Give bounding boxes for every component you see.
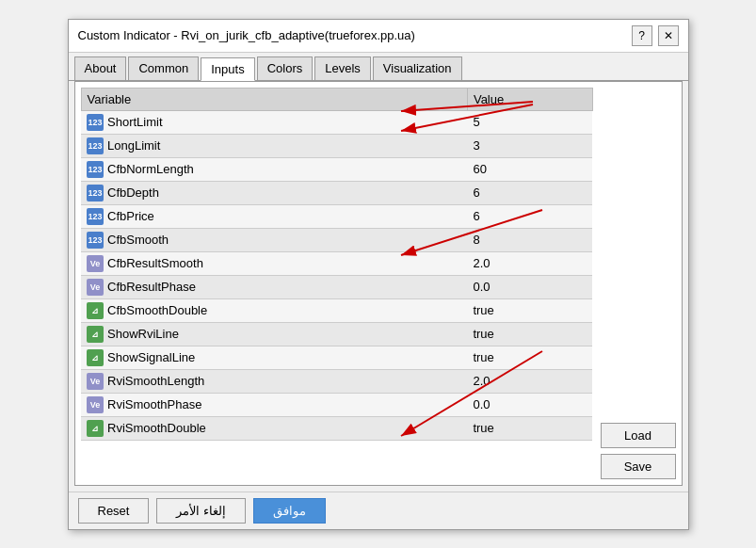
tabs-bar: About Common Inputs Colors Levels Visual… <box>69 53 688 81</box>
close-button[interactable]: ✕ <box>658 25 679 46</box>
var-cell[interactable]: ⊿ ShowSignalLine <box>81 346 467 369</box>
value-cell[interactable]: 6 <box>467 181 592 204</box>
var-cell[interactable]: 123 CfbSmooth <box>81 228 467 251</box>
value-cell[interactable]: true <box>467 416 592 440</box>
value-cell[interactable]: 0.0 <box>467 393 592 416</box>
col-value: Value <box>467 88 592 110</box>
tab-levels[interactable]: Levels <box>314 56 371 80</box>
variable-name: ShowRviLine <box>107 327 179 341</box>
type-icon: 123 <box>87 161 104 178</box>
value-cell[interactable]: 8 <box>467 228 592 251</box>
variable-name: RviSmoothLength <box>107 374 204 388</box>
variable-name: CfbResultPhase <box>107 280 196 294</box>
variable-name: CfbNormLength <box>107 162 194 176</box>
table-row: 123 ShortLimit 5 <box>81 110 592 134</box>
variable-name: CfbSmoothDouble <box>107 303 207 317</box>
value-cell[interactable]: 0.0 <box>467 275 592 298</box>
variable-name: CfbDepth <box>107 185 159 200</box>
help-button[interactable]: ? <box>632 25 652 46</box>
table-row: 123 LongLimit 3 <box>81 134 592 157</box>
var-cell[interactable]: Ve RviSmoothPhase <box>81 393 467 416</box>
tab-about[interactable]: About <box>74 56 127 80</box>
value-cell[interactable]: 5 <box>467 110 592 134</box>
side-buttons: Load Save <box>601 88 676 479</box>
table-row: ⊿ CfbSmoothDouble true <box>81 298 592 322</box>
type-icon: Ve <box>87 373 104 390</box>
var-cell[interactable]: Ve CfbResultPhase <box>81 275 467 298</box>
tab-inputs[interactable]: Inputs <box>201 57 254 81</box>
table-row: 123 CfbPrice 6 <box>81 204 592 228</box>
save-button[interactable]: Save <box>601 454 676 479</box>
var-cell[interactable]: 123 CfbNormLength <box>81 157 467 181</box>
variable-name: RviSmoothPhase <box>107 397 201 411</box>
value-cell[interactable]: 6 <box>467 204 592 228</box>
variable-name: CfbResultSmooth <box>107 256 203 270</box>
value-cell[interactable]: 2.0 <box>467 369 592 393</box>
variable-name: LongLimit <box>107 138 160 153</box>
var-cell[interactable]: 123 CfbPrice <box>81 204 467 228</box>
cancel-button[interactable]: إلغاء الأمر <box>156 498 246 524</box>
value-cell[interactable]: true <box>467 322 592 346</box>
value-cell[interactable]: true <box>467 346 592 369</box>
table-row: 123 CfbNormLength 60 <box>81 157 592 181</box>
var-cell[interactable]: 123 CfbDepth <box>81 181 467 204</box>
type-icon: Ve <box>87 279 104 296</box>
title-bar-text: Custom Indicator - Rvi_on_jurik_cfb_adap… <box>78 28 415 42</box>
type-icon: 123 <box>87 208 104 225</box>
variable-name: RviSmoothDouble <box>107 421 206 435</box>
var-cell[interactable]: Ve RviSmoothLength <box>81 369 467 393</box>
type-icon: 123 <box>87 232 104 249</box>
type-icon: ⊿ <box>87 326 104 343</box>
load-button[interactable]: Load <box>601 423 676 448</box>
value-cell[interactable]: 2.0 <box>467 251 592 275</box>
table-row: Ve RviSmoothLength 2.0 <box>81 369 592 393</box>
var-cell[interactable]: 123 LongLimit <box>81 134 467 157</box>
table-row: 123 CfbDepth 6 <box>81 181 592 204</box>
table-row: Ve CfbResultPhase 0.0 <box>81 275 592 298</box>
tab-common[interactable]: Common <box>128 56 199 80</box>
value-cell[interactable]: 3 <box>467 134 592 157</box>
params-table: Variable Value 123 ShortLimit 5 123 Long… <box>81 88 593 441</box>
table-row: 123 CfbSmooth 8 <box>81 228 592 251</box>
value-cell[interactable]: 60 <box>467 157 592 181</box>
reset-button[interactable]: Reset <box>78 498 150 524</box>
type-icon: 123 <box>87 185 104 201</box>
title-bar-controls: ? ✕ <box>632 25 679 46</box>
table-row: Ve RviSmoothPhase 0.0 <box>81 393 592 416</box>
col-variable: Variable <box>81 88 467 110</box>
type-icon: ⊿ <box>87 420 104 437</box>
var-cell[interactable]: Ve CfbResultSmooth <box>81 251 467 275</box>
var-cell[interactable]: ⊿ ShowRviLine <box>81 322 467 346</box>
var-cell[interactable]: 123 ShortLimit <box>81 110 467 134</box>
table-row: Ve CfbResultSmooth 2.0 <box>81 251 592 275</box>
table-row: ⊿ ShowSignalLine true <box>81 346 592 369</box>
tab-visualization[interactable]: Visualization <box>373 56 462 80</box>
type-icon: Ve <box>87 396 104 413</box>
table-area: بالإعدادات التالية <box>81 88 593 479</box>
variable-name: CfbPrice <box>107 209 154 223</box>
type-icon: Ve <box>87 255 104 272</box>
type-icon: 123 <box>87 137 104 154</box>
table-row: ⊿ RviSmoothDouble true <box>81 416 592 440</box>
footer: Reset إلغاء الأمر موافق <box>69 492 688 529</box>
table-row: ⊿ ShowRviLine true <box>81 322 592 346</box>
var-cell[interactable]: ⊿ CfbSmoothDouble <box>81 298 467 322</box>
var-cell[interactable]: ⊿ RviSmoothDouble <box>81 416 467 440</box>
variable-name: CfbSmooth <box>107 233 169 247</box>
ok-button[interactable]: موافق <box>253 498 326 524</box>
main-content: بالإعدادات التالية <box>74 81 683 486</box>
type-icon: ⊿ <box>87 349 104 366</box>
dialog: Custom Indicator - Rvi_on_jurik_cfb_adap… <box>68 19 689 530</box>
value-cell[interactable]: true <box>467 298 592 322</box>
title-bar: Custom Indicator - Rvi_on_jurik_cfb_adap… <box>69 20 688 53</box>
type-icon: ⊿ <box>87 302 104 319</box>
variable-name: ShowSignalLine <box>107 350 195 364</box>
tab-colors[interactable]: Colors <box>257 56 314 80</box>
variable-name: ShortLimit <box>107 115 163 129</box>
type-icon: 123 <box>87 114 104 131</box>
